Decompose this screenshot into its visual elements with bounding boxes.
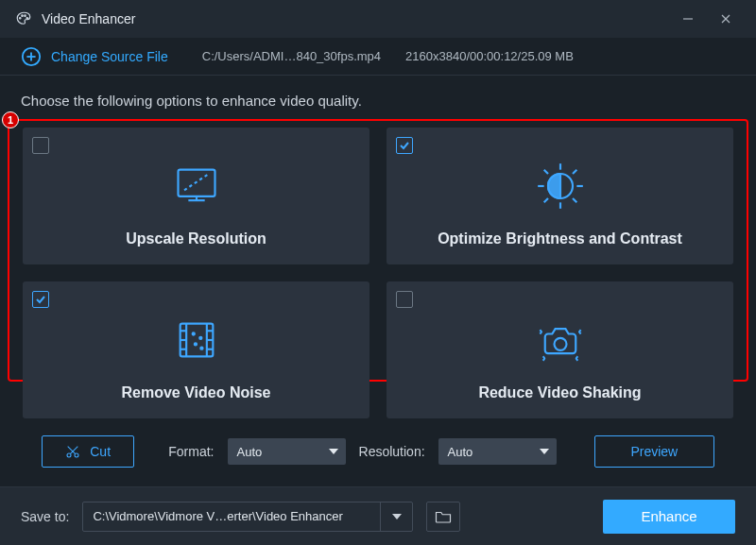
close-button[interactable] bbox=[707, 0, 745, 38]
resolution-select[interactable]: Auto bbox=[438, 438, 557, 465]
bottom-bar: Save to: C:\Vidmore\Vidmore V…erter\Vide… bbox=[0, 486, 756, 545]
svg-line-21 bbox=[573, 170, 576, 174]
actions-row: Cut 2 Format: Auto Resolution: Auto 3 Pr… bbox=[21, 428, 735, 475]
option-upscale-resolution[interactable]: Upscale Resolution bbox=[23, 128, 369, 264]
app-palette-icon bbox=[15, 10, 32, 27]
option-label: Remove Video Noise bbox=[122, 384, 271, 401]
option-brightness-contrast[interactable]: Optimize Brightness and Contrast bbox=[387, 128, 733, 264]
change-source-button[interactable]: Change Source File bbox=[21, 46, 168, 67]
svg-point-33 bbox=[199, 337, 201, 339]
annotation-dot-1: 1 bbox=[2, 111, 19, 128]
film-noise-icon bbox=[172, 315, 221, 367]
save-path-dropdown[interactable] bbox=[380, 502, 412, 531]
checkbox-noise[interactable] bbox=[32, 291, 49, 308]
svg-line-13 bbox=[184, 174, 209, 190]
option-remove-noise[interactable]: Remove Video Noise bbox=[23, 281, 369, 418]
change-source-label: Change Source File bbox=[51, 49, 168, 64]
save-path-text[interactable]: C:\Vidmore\Vidmore V…erter\Video Enhance… bbox=[83, 502, 380, 531]
checkbox-shaking[interactable] bbox=[396, 291, 413, 308]
format-resolution-group: Format: Auto Resolution: Auto bbox=[161, 434, 563, 468]
option-label: Reduce Video Shaking bbox=[478, 384, 641, 401]
brightness-icon bbox=[536, 162, 585, 213]
camera-shake-icon bbox=[536, 315, 585, 367]
format-label: Format: bbox=[168, 444, 214, 459]
checkbox-upscale[interactable] bbox=[32, 137, 49, 154]
main-area: Choose the following options to enhance … bbox=[0, 76, 756, 486]
save-path-box: C:\Vidmore\Vidmore V…erter\Video Enhance… bbox=[82, 502, 413, 532]
svg-point-3 bbox=[26, 18, 28, 20]
cut-label: Cut bbox=[90, 444, 111, 459]
minimize-button[interactable] bbox=[669, 0, 707, 38]
svg-line-19 bbox=[543, 170, 547, 174]
option-reduce-shaking[interactable]: Reduce Video Shaking bbox=[387, 281, 733, 418]
svg-marker-43 bbox=[392, 514, 402, 519]
svg-marker-42 bbox=[540, 449, 549, 454]
resolution-label: Resolution: bbox=[359, 444, 425, 459]
enhance-button[interactable]: Enhance bbox=[603, 500, 735, 534]
source-file-path: C:/Users/ADMI…840_30fps.mp4 bbox=[202, 49, 381, 63]
svg-line-22 bbox=[543, 198, 547, 202]
cut-button[interactable]: Cut bbox=[42, 435, 134, 468]
svg-line-20 bbox=[573, 198, 576, 202]
svg-point-34 bbox=[194, 343, 196, 345]
svg-point-1 bbox=[22, 15, 24, 17]
format-value: Auto bbox=[237, 445, 263, 459]
preview-label: Preview bbox=[630, 444, 678, 459]
source-file-meta: 2160x3840/00:00:12/25.09 MB bbox=[405, 49, 574, 63]
source-bar: Change Source File C:/Users/ADMI…840_30f… bbox=[0, 38, 756, 76]
checkbox-brightness[interactable] bbox=[396, 137, 413, 154]
svg-point-35 bbox=[200, 348, 202, 349]
svg-point-36 bbox=[554, 338, 566, 350]
format-select[interactable]: Auto bbox=[228, 438, 346, 465]
window-title: Video Enhancer bbox=[42, 11, 135, 26]
titlebar: Video Enhancer bbox=[0, 0, 756, 38]
monitor-upscale-icon bbox=[172, 162, 221, 213]
open-folder-button[interactable] bbox=[426, 502, 460, 532]
preview-button[interactable]: Preview bbox=[594, 435, 714, 468]
enhance-label: Enhance bbox=[641, 508, 696, 524]
instruction-text: Choose the following options to enhance … bbox=[21, 93, 735, 109]
svg-point-32 bbox=[192, 332, 194, 334]
option-label: Optimize Brightness and Contrast bbox=[438, 230, 682, 247]
option-label: Upscale Resolution bbox=[126, 230, 266, 247]
svg-point-0 bbox=[20, 18, 22, 20]
svg-point-2 bbox=[25, 15, 26, 17]
resolution-value: Auto bbox=[448, 445, 473, 459]
enhance-options-grid: Upscale Resolution Optimize Brightness a… bbox=[21, 118, 735, 428]
svg-marker-41 bbox=[329, 449, 338, 454]
save-to-label: Save to: bbox=[21, 509, 69, 524]
